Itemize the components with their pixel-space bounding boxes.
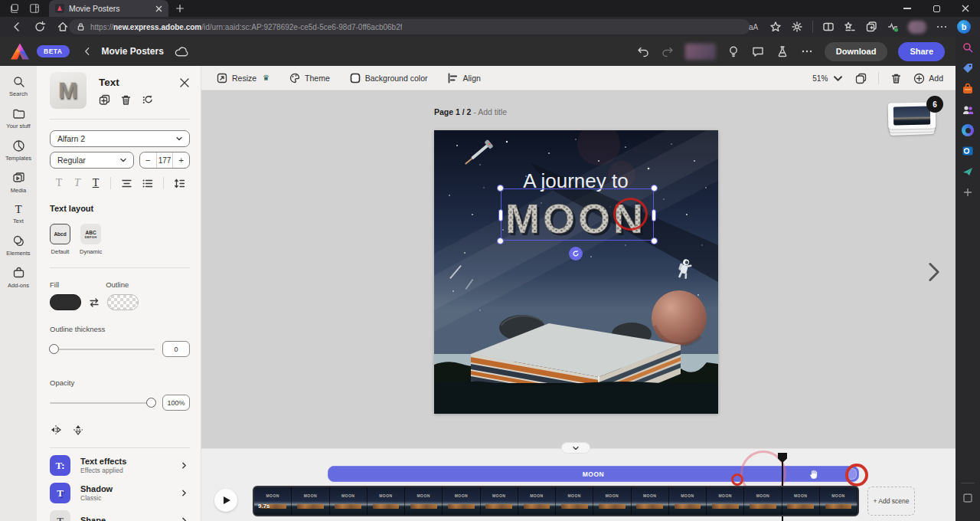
- edge-outlook-icon[interactable]: [962, 145, 974, 157]
- outline-thickness-value[interactable]: 0: [162, 341, 190, 357]
- undo-icon[interactable]: [636, 44, 650, 58]
- filmstrip-frame[interactable]: MOON: [330, 487, 368, 515]
- slider-knob[interactable]: [49, 344, 59, 354]
- filmstrip-frame[interactable]: MOON: [593, 487, 631, 515]
- redo-icon[interactable]: [661, 44, 675, 58]
- tab-actions-icon[interactable]: [29, 3, 40, 14]
- filmstrip-frame[interactable]: MOON: [632, 487, 669, 515]
- selection-handle[interactable]: [497, 238, 504, 244]
- trash-icon[interactable]: [120, 94, 132, 106]
- filmstrip-frame[interactable]: MOON: [556, 487, 593, 515]
- slider-knob[interactable]: [146, 398, 156, 408]
- selection-side-handle[interactable]: [498, 209, 503, 221]
- font-size-value[interactable]: 177: [156, 152, 174, 168]
- poster-canvas[interactable]: A journey to MOON MOON: [434, 130, 718, 414]
- refresh-icon[interactable]: [34, 21, 46, 33]
- filmstrip-frame[interactable]: MOON: [481, 487, 518, 515]
- edge-search-icon[interactable]: [962, 41, 974, 54]
- layout-dynamic-button[interactable]: ABCDEFGH: [80, 224, 101, 244]
- cloud-sync-icon[interactable]: [175, 46, 189, 57]
- selection-side-handle[interactable]: [652, 209, 656, 221]
- edge-settings-icon[interactable]: [962, 492, 974, 504]
- font-family-select[interactable]: Alfarn 2: [50, 130, 190, 147]
- filmstrip[interactable]: MOONMOONMOONMOONMOONMOONMOONMOONMOONMOON…: [253, 486, 859, 516]
- favorite-star-icon[interactable]: [769, 21, 782, 33]
- next-page-chevron[interactable]: [926, 262, 942, 282]
- read-aloud-icon[interactable]: aA: [748, 21, 760, 33]
- zoom-control[interactable]: 51%: [812, 73, 844, 84]
- filmstrip-frame[interactable]: MOON: [254, 487, 292, 515]
- outline-color-swatch[interactable]: [107, 294, 139, 310]
- timeline-collapse-button[interactable]: [561, 442, 590, 454]
- rail-item-your-stuff[interactable]: Your stuff: [0, 107, 37, 129]
- rail-item-search[interactable]: Search: [0, 75, 37, 97]
- filmstrip-frame[interactable]: MOON: [669, 487, 707, 515]
- profile-avatar[interactable]: [908, 21, 926, 34]
- filmstrip-frame[interactable]: MOON: [292, 487, 329, 515]
- edge-games-icon[interactable]: [962, 83, 974, 95]
- filmstrip-frame[interactable]: MOON: [368, 487, 405, 515]
- background-color-button[interactable]: Background color: [350, 73, 428, 84]
- animate-icon[interactable]: [142, 94, 153, 106]
- share-button[interactable]: Share: [898, 42, 945, 61]
- resize-button[interactable]: Resize ♛: [217, 73, 270, 84]
- outline-thickness-slider[interactable]: [50, 349, 155, 350]
- shape-row[interactable]: T Shape: [50, 510, 190, 521]
- adobe-express-logo[interactable]: [11, 44, 29, 60]
- edge-add-icon[interactable]: [962, 186, 974, 198]
- selection-handle[interactable]: [651, 185, 658, 192]
- comment-icon[interactable]: [751, 44, 765, 58]
- filmstrip-frame[interactable]: MOON: [443, 487, 480, 515]
- filmstrip-frame[interactable]: MOON: [405, 487, 443, 515]
- filmstrip-frame[interactable]: MOON: [820, 487, 858, 515]
- project-title[interactable]: Movie Posters: [102, 46, 164, 57]
- rail-item-text[interactable]: T Text: [0, 204, 37, 224]
- filmstrip-frame[interactable]: MOON: [707, 487, 744, 515]
- close-window-button[interactable]: [951, 0, 980, 17]
- extensions-icon[interactable]: [791, 21, 803, 33]
- line-spacing-icon[interactable]: [174, 178, 185, 189]
- rail-item-add-ons[interactable]: Add-ons: [0, 267, 37, 289]
- rail-item-media[interactable]: Media: [0, 172, 37, 194]
- favorites-bar-icon[interactable]: [844, 21, 856, 33]
- home-icon[interactable]: [57, 21, 69, 33]
- workspaces-icon[interactable]: [9, 3, 20, 14]
- opacity-slider[interactable]: [50, 402, 155, 404]
- layer-thumbnail[interactable]: M: [50, 72, 87, 109]
- flip-vertical-icon[interactable]: [72, 424, 84, 436]
- edge-shopping-tag-icon[interactable]: [962, 62, 974, 74]
- underline-button[interactable]: T: [87, 177, 105, 189]
- beaker-icon[interactable]: [776, 44, 789, 58]
- filmstrip-frame[interactable]: MOON: [782, 487, 820, 515]
- back-icon[interactable]: [11, 21, 23, 33]
- align-button[interactable]: Align: [447, 73, 480, 84]
- shadow-row[interactable]: T Shadow Classic: [50, 483, 190, 503]
- opacity-value[interactable]: 100%: [162, 395, 190, 411]
- duplicate-page-icon[interactable]: [855, 73, 867, 84]
- browser-essentials-icon[interactable]: [887, 21, 899, 33]
- selection-handle[interactable]: [651, 238, 658, 244]
- edge-drop-icon[interactable]: [962, 124, 974, 136]
- rail-item-elements[interactable]: Elements: [0, 234, 37, 257]
- duplicate-icon[interactable]: [99, 94, 110, 106]
- add-scene-button[interactable]: + Add scene: [867, 487, 915, 516]
- flip-horizontal-icon[interactable]: [50, 424, 62, 436]
- browser-tab[interactable]: Movie Posters: [49, 0, 168, 17]
- copilot-icon[interactable]: b: [957, 20, 971, 34]
- fill-color-swatch[interactable]: [50, 294, 81, 310]
- filmstrip-frame[interactable]: MOON: [744, 487, 782, 515]
- font-weight-select[interactable]: Regular: [50, 152, 134, 169]
- split-screen-icon[interactable]: [822, 21, 835, 33]
- layout-default-button[interactable]: Abcd: [50, 224, 70, 244]
- more-options-icon[interactable]: [800, 44, 814, 58]
- lightbulb-icon[interactable]: [727, 44, 740, 58]
- tab-close-icon[interactable]: [155, 5, 162, 12]
- selection-handle[interactable]: [497, 185, 504, 192]
- italic-button[interactable]: T: [68, 177, 87, 189]
- theme-button[interactable]: Theme: [289, 73, 330, 84]
- font-size-decrease[interactable]: −: [140, 152, 156, 168]
- delete-page-icon[interactable]: [890, 73, 902, 84]
- address-bar[interactable]: https://new.express.adobe.com/id/urn:aai…: [69, 19, 750, 34]
- panel-close-icon[interactable]: [179, 77, 190, 88]
- filmstrip-frame[interactable]: MOON: [518, 487, 556, 515]
